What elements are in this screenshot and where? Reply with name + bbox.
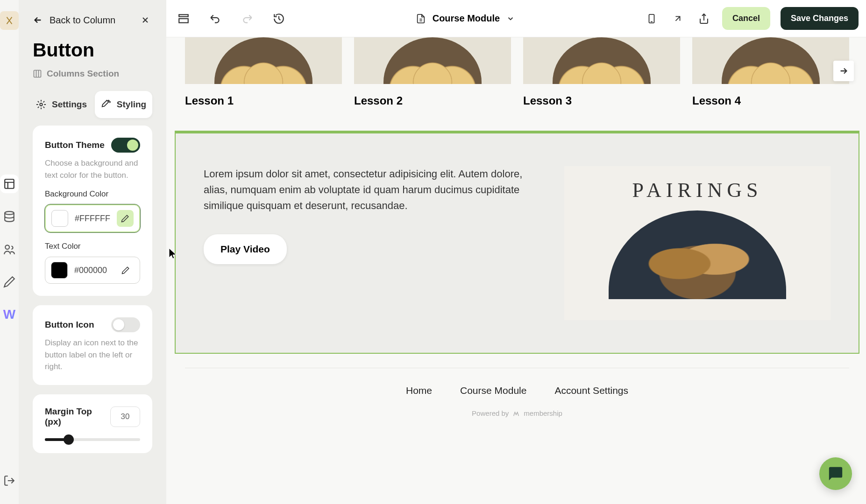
- app-logo[interactable]: [0, 11, 19, 30]
- share-icon[interactable]: [696, 11, 712, 27]
- lesson-thumb: [354, 37, 511, 84]
- topbar: Course Module Cancel Save Changes: [166, 0, 866, 37]
- save-button[interactable]: Save Changes: [781, 7, 859, 30]
- text-color-value: #000000: [74, 266, 111, 275]
- svg-point-2: [5, 245, 9, 249]
- pairings-title: PAIRINGS: [632, 178, 763, 202]
- button-icon-toggle[interactable]: [111, 317, 140, 332]
- bg-color-edit-icon[interactable]: [117, 210, 134, 227]
- history-icon[interactable]: [271, 11, 287, 27]
- doc-name: Course Module: [433, 13, 500, 24]
- left-rail: W: [0, 0, 19, 504]
- footer-home[interactable]: Home: [406, 385, 432, 396]
- main-canvas: Course Module Cancel Save Changes: [166, 0, 866, 504]
- open-link-icon[interactable]: [670, 11, 686, 27]
- text-color-swatch: [51, 262, 68, 279]
- button-theme-toggle[interactable]: [111, 138, 140, 153]
- tab-styling[interactable]: Styling: [95, 91, 152, 118]
- rail-database-icon[interactable]: [0, 207, 19, 226]
- chevron-down-icon: [506, 14, 515, 23]
- undo-icon[interactable]: [207, 11, 223, 27]
- text-color-input[interactable]: #000000: [45, 257, 140, 284]
- footer-module[interactable]: Course Module: [460, 385, 526, 396]
- footer-account[interactable]: Account Settings: [554, 385, 628, 396]
- bg-color-swatch: [51, 210, 68, 227]
- text-color-label: Text Color: [45, 242, 140, 251]
- redo-icon: [239, 11, 255, 27]
- svg-point-1: [5, 211, 14, 215]
- margin-input[interactable]: [110, 406, 140, 427]
- next-arrow[interactable]: [833, 61, 854, 81]
- close-button[interactable]: [138, 13, 152, 27]
- lesson-card[interactable]: Lesson 2: [354, 37, 511, 107]
- button-theme-card: Button Theme Choose a background and tex…: [33, 126, 152, 296]
- tab-settings[interactable]: Settings: [33, 91, 90, 118]
- inspector-panel: Back to Column Button Columns Section Se…: [19, 0, 166, 504]
- layout-icon[interactable]: [176, 11, 192, 27]
- svg-rect-5: [179, 14, 188, 16]
- breadcrumb-label: Columns Section: [47, 69, 119, 79]
- lesson-thumb: [185, 37, 342, 84]
- lesson-title: Lesson 1: [185, 94, 342, 107]
- tab-styling-label: Styling: [117, 99, 146, 110]
- lesson-thumb: [692, 37, 849, 84]
- lesson-thumb: [523, 37, 680, 84]
- svg-rect-6: [179, 19, 188, 23]
- lesson-card[interactable]: Lesson 1: [185, 37, 342, 107]
- footer-nav: Home Course Module Account Settings: [185, 368, 849, 401]
- doc-selector[interactable]: Course Module: [287, 13, 644, 24]
- lesson-title: Lesson 4: [692, 94, 849, 107]
- section-body: Lorem ipsum dolor sit amet, consectetur …: [204, 166, 536, 214]
- svg-point-4: [40, 103, 43, 106]
- panel-title: Button: [19, 35, 166, 65]
- button-icon-card: Button Icon Display an icon next to the …: [33, 305, 152, 385]
- bg-color-value: #FFFFFF: [75, 214, 110, 224]
- selected-section[interactable]: Lorem ipsum dolor sit amet, consectetur …: [175, 131, 859, 354]
- rail-w-logo[interactable]: W: [0, 305, 19, 324]
- breadcrumb[interactable]: Columns Section: [19, 65, 166, 88]
- margin-card: Margin Top (px): [33, 394, 152, 453]
- play-video-button[interactable]: Play Video: [204, 234, 287, 264]
- tab-settings-label: Settings: [52, 99, 87, 110]
- chat-fab[interactable]: [819, 457, 852, 490]
- lesson-title: Lesson 3: [523, 94, 680, 107]
- pairings-image: [609, 210, 786, 299]
- lesson-card[interactable]: Lesson 3: [523, 37, 680, 107]
- button-icon-desc: Display an icon next to the button label…: [45, 337, 140, 373]
- rail-layouts-icon[interactable]: [0, 175, 19, 193]
- button-theme-desc: Choose a background and text color for t…: [45, 157, 140, 181]
- bg-color-input[interactable]: #FFFFFF: [45, 204, 140, 232]
- margin-title: Margin Top (px): [45, 406, 101, 427]
- svg-rect-3: [34, 70, 41, 77]
- back-label: Back to Column: [50, 15, 115, 26]
- mobile-preview-icon[interactable]: [644, 11, 660, 27]
- bg-color-label: Background Color: [45, 189, 140, 199]
- button-theme-title: Button Theme: [45, 140, 105, 150]
- lesson-title: Lesson 2: [354, 94, 511, 107]
- rail-logout-icon[interactable]: [0, 471, 19, 490]
- powered-by: Powered by membership: [166, 401, 866, 436]
- rail-users-icon[interactable]: [0, 240, 19, 259]
- back-button[interactable]: Back to Column: [33, 15, 115, 26]
- lessons-row: Lesson 1 Lesson 2 Lesson 3 Lesson 4: [166, 37, 866, 121]
- svg-rect-0: [5, 179, 14, 189]
- text-color-edit-icon[interactable]: [117, 262, 134, 279]
- cancel-button[interactable]: Cancel: [722, 7, 770, 30]
- pairings-media: PAIRINGS: [564, 166, 831, 320]
- lesson-card[interactable]: Lesson 4: [692, 37, 849, 107]
- rail-design-icon[interactable]: [0, 273, 19, 291]
- button-icon-title: Button Icon: [45, 320, 94, 330]
- margin-slider[interactable]: [45, 438, 140, 441]
